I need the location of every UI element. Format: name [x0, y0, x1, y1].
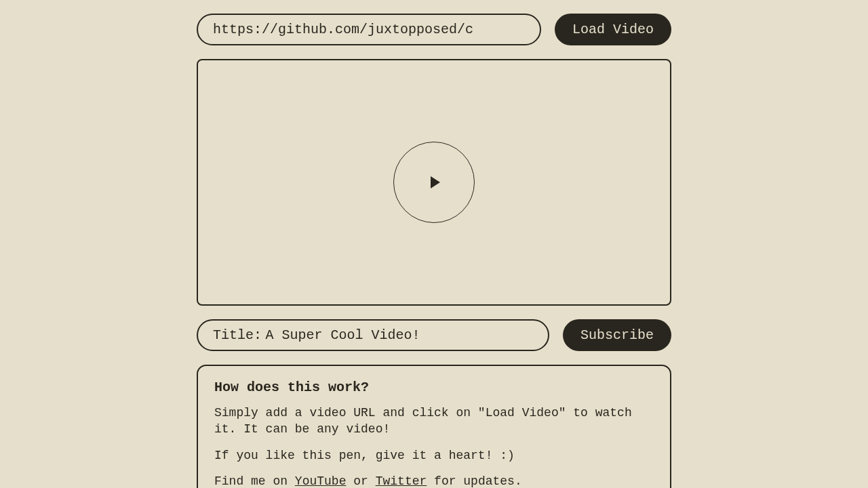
youtube-link[interactable]: YouTube: [295, 474, 347, 488]
info-paragraph-3: Find me on YouTube or Twitter for update…: [214, 473, 654, 488]
title-text: A Super Cool Video!: [265, 327, 420, 343]
info-panel: How does this work? Simply add a video U…: [197, 365, 671, 488]
video-title-display: Title: A Super Cool Video!: [197, 319, 549, 351]
twitter-link[interactable]: Twitter: [376, 474, 427, 488]
info-p3-post: for updates.: [427, 474, 521, 488]
info-p3-pre: Find me on: [214, 474, 295, 488]
info-paragraph-2: If you like this pen, give it a heart! :…: [214, 447, 654, 464]
video-player-area: [197, 59, 671, 306]
play-button[interactable]: [393, 142, 475, 223]
info-paragraph-1: Simply add a video URL and click on "Loa…: [214, 405, 654, 438]
load-video-button[interactable]: Load Video: [555, 14, 671, 45]
subscribe-button[interactable]: Subscribe: [563, 319, 671, 351]
url-input[interactable]: [197, 14, 541, 45]
play-icon: [431, 176, 440, 188]
info-p3-mid: or: [346, 474, 375, 488]
title-prefix: Title:: [213, 327, 262, 343]
info-heading: How does this work?: [214, 378, 654, 396]
